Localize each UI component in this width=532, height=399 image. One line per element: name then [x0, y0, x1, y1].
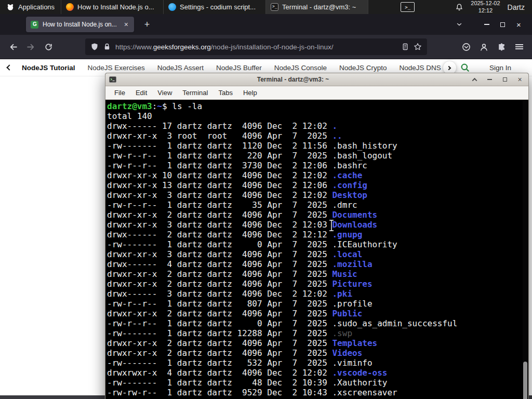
search-icon[interactable]	[460, 63, 470, 72]
nav-link[interactable]: NodeJS Console	[274, 64, 327, 72]
nav-link[interactable]: NodeJS DNS	[400, 64, 441, 72]
terminal-listing-line: -rw-r--r-- 1 dartz dartz 0 Apr 7 2025 .s…	[107, 318, 528, 328]
terminal-close-button[interactable]: ×	[514, 74, 525, 85]
menu-view[interactable]: View	[153, 88, 177, 98]
terminal-listing-line: drwxr-xr-x 2 dartz dartz 4096 Apr 7 2025…	[107, 210, 528, 220]
nav-link[interactable]: NodeJS Crypto	[339, 64, 387, 72]
file-name: .dmrc	[332, 200, 357, 210]
back-button[interactable]	[4, 38, 22, 55]
https-padlock-icon[interactable]	[103, 43, 111, 51]
terminal-titlebar[interactable]: Terminal - dartz@vm3: ~ ×	[105, 73, 528, 86]
tab-title: How to Install Node.js on...	[43, 21, 119, 28]
menu-help[interactable]: Help	[238, 88, 262, 98]
file-name: Downloads	[332, 220, 377, 230]
prompt-separator: :	[152, 101, 157, 111]
window-minimize-button[interactable]	[478, 18, 495, 31]
forward-button[interactable]	[22, 38, 39, 55]
taskbar-button[interactable]: Settings - codium script...	[164, 0, 266, 14]
terminal-window: Terminal - dartz@vm3: ~ × FileEditViewTe…	[105, 73, 529, 399]
chevron-up-icon	[472, 77, 477, 83]
account-icon[interactable]	[475, 38, 493, 55]
list-tabs-chevron-icon[interactable]	[456, 21, 463, 28]
scrollbar-thumb[interactable]	[523, 362, 527, 399]
file-name: .profile	[332, 299, 372, 309]
nav-link[interactable]: NodeJS Tutorial	[22, 64, 75, 72]
extensions-icon[interactable]	[493, 38, 510, 55]
taskbar-button[interactable]: How to Install Node.js o...	[61, 0, 164, 14]
menu-edit[interactable]: Edit	[131, 88, 152, 98]
taskbar-button[interactable]: Terminal - dartz@vm3: ~	[266, 0, 368, 14]
terminal-maximize-button[interactable]	[499, 74, 510, 85]
window-maximize-button[interactable]	[495, 18, 511, 31]
file-meta: drwxr-xr-x 3 dartz dartz 4096 Dec 2 12:0…	[107, 190, 332, 200]
file-name: .viminfo	[332, 358, 372, 368]
file-meta: drwxrwxr-x 4 dartz dartz 4096 Dec 2 12:0…	[107, 368, 332, 378]
sign-in-link[interactable]: Sign In	[489, 64, 511, 72]
terminal-listing-line: drwxrwxr-x 4 dartz dartz 4096 Dec 2 12:0…	[107, 368, 528, 378]
file-meta: drwxr-xr-x 2 dartz dartz 4096 Apr 7 2025	[107, 348, 332, 358]
terminal-minimize-button[interactable]	[484, 74, 495, 85]
window-close-button[interactable]: ×	[511, 18, 527, 31]
clock[interactable]: 2025-12-02 12:12	[471, 0, 500, 14]
file-name: .sudo_as_admin_successful	[332, 318, 457, 328]
menu-button[interactable]	[510, 38, 528, 55]
browser-tab-active[interactable]: How to Install Node.js on... ×	[26, 17, 134, 32]
file-name: .xscreensaver	[332, 388, 397, 397]
nav-link[interactable]: NodeJS Exercises	[88, 64, 145, 72]
menu-file[interactable]: File	[110, 88, 130, 98]
navigation-toolbar: https://www.geeksforgeeks.org/node-js/in…	[0, 35, 532, 59]
nav-link[interactable]: NodeJS Assert	[157, 64, 204, 72]
file-name: .pki	[332, 289, 352, 299]
terminal-listing-line: -rw-r--r-- 1 dartz dartz 3730 Dec 2 12:0…	[107, 161, 528, 170]
terminal-listing-line: drwx------ 3 dartz dartz 4096 Dec 2 12:0…	[107, 289, 528, 299]
terminal-listing-line: -rw-r--r-- 1 dartz dartz 35 Apr 7 2025 .…	[107, 200, 528, 210]
terminal-screen[interactable]: dartz@vm3:~$ ls -latotal 140drwx------ 1…	[106, 100, 528, 399]
tab-close-icon[interactable]: ×	[123, 20, 129, 29]
applications-label: Applications	[18, 3, 55, 11]
session-user-label[interactable]: Dartz	[508, 3, 527, 11]
terminal-listing-line: drwx------ 17 dartz dartz 4096 Dec 2 12:…	[107, 121, 528, 131]
tray-terminal-icon[interactable]: >_	[401, 2, 415, 12]
reader-mode-icon[interactable]	[401, 43, 409, 51]
system-bar: Applications How to Install Node.js o...…	[0, 0, 532, 14]
file-name: .swp	[332, 328, 352, 338]
file-name: .Xauthority	[332, 378, 387, 388]
notifications-bell-icon[interactable]	[455, 3, 463, 11]
nav-scroll-left-icon[interactable]	[6, 64, 12, 70]
file-meta: drwxr-xr-x 3 dartz dartz 4096 Apr 7 2025	[107, 249, 332, 259]
url-bar[interactable]: https://www.geeksforgeeks.org/node-js/in…	[85, 38, 427, 55]
prompt-user-host: dartz@vm3	[107, 101, 152, 111]
url-text[interactable]: https://www.geeksforgeeks.org/node-js/in…	[115, 43, 397, 51]
terminal-listing-line: drwxr-xr-x 2 dartz dartz 4096 Apr 7 2025…	[107, 309, 528, 318]
reload-button[interactable]	[39, 38, 57, 55]
file-name: .cache	[332, 170, 362, 180]
nav-link[interactable]: NodeJS Buffer	[216, 64, 262, 72]
terminal-listing-line: drwxr-xr-x 3 dartz dartz 4096 Apr 7 2025…	[107, 249, 528, 259]
applications-menu-button[interactable]: Applications	[0, 0, 61, 14]
tracking-protection-shield-icon[interactable]	[90, 43, 99, 51]
terminal-listing-line: drwxr-xr-x 2 dartz dartz 4096 Apr 7 2025…	[107, 269, 528, 279]
file-name: Music	[332, 269, 357, 279]
taskbar-window-title: Settings - codium script...	[180, 3, 256, 11]
url-scheme: https://www.	[115, 43, 153, 51]
menu-tabs[interactable]: Tabs	[214, 88, 237, 98]
file-name: Pictures	[332, 279, 372, 289]
firefox-icon	[66, 3, 74, 11]
terminal-total-line: total 140	[107, 111, 528, 121]
terminal-scrollbar[interactable]	[523, 100, 528, 399]
bookmark-star-icon[interactable]	[414, 43, 422, 51]
terminal-listing-line: drwxr-xr-x 3 root root 4096 Apr 7 2025 .…	[107, 131, 528, 141]
terminal-shade-button[interactable]	[469, 74, 480, 85]
file-meta: drwxr-xr-x 3 root root 4096 Apr 7 2025	[107, 131, 332, 141]
new-tab-button[interactable]: +	[140, 19, 154, 30]
prompt-cwd: ~	[157, 101, 162, 111]
terminal-listing-line: -rw-r--r-- 1 dartz dartz 807 Apr 7 2025 …	[107, 299, 528, 309]
nav-links: NodeJS TutorialNodeJS ExercisesNodeJS As…	[22, 64, 450, 72]
file-meta: -rw-r--r-- 1 dartz dartz 3730 Dec 2 12:0…	[107, 161, 332, 170]
menu-terminal[interactable]: Terminal	[178, 88, 212, 98]
pocket-icon[interactable]	[457, 38, 475, 55]
file-name: .mozilla	[332, 259, 372, 269]
file-meta: -rw-r--r-- 1 dartz dartz 220 Apr 7 2025	[107, 151, 332, 161]
file-name: .bashrc	[332, 161, 367, 170]
file-meta: -rw-r--r-- 1 dartz dartz 35 Apr 7 2025	[107, 200, 332, 210]
